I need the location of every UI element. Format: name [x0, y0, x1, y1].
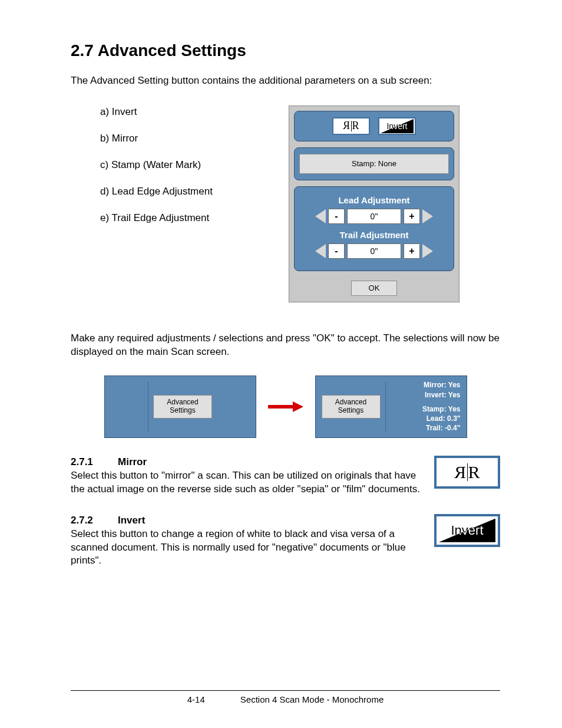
footer-section: Section 4 Scan Mode - Monochrome — [240, 694, 384, 704]
feature-item: e) Trail Edge Adjustment — [100, 212, 265, 225]
trail-increment-button[interactable]: + — [404, 243, 420, 259]
advanced-settings-label-line2: Settings — [338, 407, 363, 415]
invert-icon: Invert Invert — [381, 119, 414, 133]
trail-adjustment-label: Trail Adjustment — [299, 230, 449, 240]
mirror-icon: RR — [455, 462, 479, 482]
subsection-heading: 2.7.2Invert — [71, 514, 420, 528]
subsection-body: Select this button to "mirror" a scan. T… — [71, 469, 420, 496]
advanced-settings-label-line1: Advanced — [167, 398, 198, 407]
advanced-settings-label-line1: Advanced — [335, 398, 366, 407]
main-scan-panel-before: Advanced Settings — [104, 375, 256, 438]
divider — [148, 381, 148, 432]
feature-list: a) Invert b) Mirror c) Stamp (Water Mark… — [71, 106, 265, 238]
adjustment-panel: Lead Adjustment - 0" + Trail Adjustment … — [294, 186, 454, 271]
mirror-icon: RR — [343, 120, 358, 132]
chevron-right-icon — [422, 244, 433, 258]
mirror-invert-panel: RR Invert Invert — [294, 111, 454, 141]
invert-button[interactable]: Invert Invert — [378, 117, 416, 135]
arrow-right-icon — [268, 401, 303, 412]
main-scan-panel-after: Advanced Settings Mirror: Yes Invert: Ye… — [315, 375, 467, 438]
mirror-button[interactable]: RR — [332, 117, 370, 135]
status-stamp: Stamp: Yes — [422, 404, 460, 414]
trail-value: 0" — [347, 243, 401, 259]
advanced-settings-button[interactable]: Advanced Settings — [322, 395, 381, 419]
feature-item: b) Mirror — [100, 132, 265, 146]
after-paragraph: Make any required adjustments / selectio… — [71, 332, 500, 359]
chevron-left-icon — [315, 209, 326, 223]
status-mirror: Mirror: Yes — [424, 380, 460, 390]
feature-item: d) Lead Edge Adjustment — [100, 185, 265, 199]
trail-decrement-button[interactable]: - — [328, 243, 345, 259]
stamp-panel: Stamp: None — [294, 147, 454, 180]
advanced-settings-button[interactable]: Advanced Settings — [153, 395, 212, 419]
chevron-right-icon — [422, 209, 433, 223]
lead-value: 0" — [347, 209, 401, 224]
subsection-body: Select this button to change a region of… — [71, 528, 420, 568]
advanced-status-block: Mirror: Yes Invert: Yes Stamp: Yes Lead:… — [391, 380, 461, 433]
page-heading: 2.7 Advanced Settings — [71, 41, 500, 60]
advanced-settings-label-line2: Settings — [170, 407, 195, 415]
invert-icon: Invert Invert — [439, 519, 495, 542]
status-trail: Trail: -0.4" — [426, 423, 460, 433]
feature-item: a) Invert — [100, 106, 265, 119]
divider — [385, 381, 386, 432]
chevron-left-icon — [315, 244, 326, 258]
footer-page-number: 4-14 — [187, 694, 205, 704]
mirror-icon-tile: RR — [434, 456, 500, 489]
intro-paragraph: The Advanced Setting button contains the… — [71, 74, 500, 88]
status-lead: Lead: 0.3" — [427, 414, 461, 423]
lead-increment-button[interactable]: + — [404, 209, 420, 224]
invert-icon-tile: Invert Invert — [434, 514, 500, 547]
feature-item: c) Stamp (Water Mark) — [100, 159, 265, 172]
advanced-settings-dialog: RR Invert Invert Stamp: None Lead Adjust… — [289, 106, 459, 302]
lead-adjustment-label: Lead Adjustment — [299, 195, 449, 205]
subsection-heading: 2.7.1Mirror — [71, 456, 420, 469]
page-footer: 4-14 Section 4 Scan Mode - Monochrome — [71, 690, 500, 704]
lead-decrement-button[interactable]: - — [328, 209, 345, 224]
stamp-button[interactable]: Stamp: None — [299, 154, 449, 174]
status-invert: Invert: Yes — [425, 390, 460, 400]
ok-button[interactable]: OK — [351, 281, 397, 296]
